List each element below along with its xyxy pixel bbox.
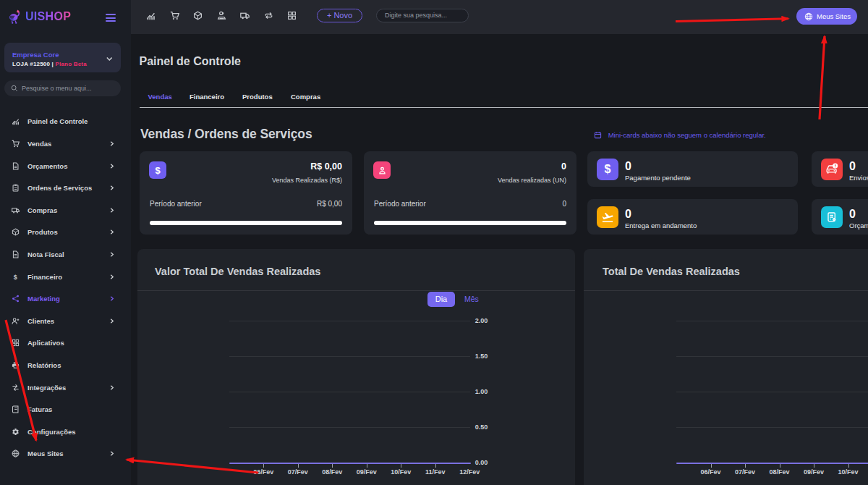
svg-text:$: $ xyxy=(14,274,17,281)
